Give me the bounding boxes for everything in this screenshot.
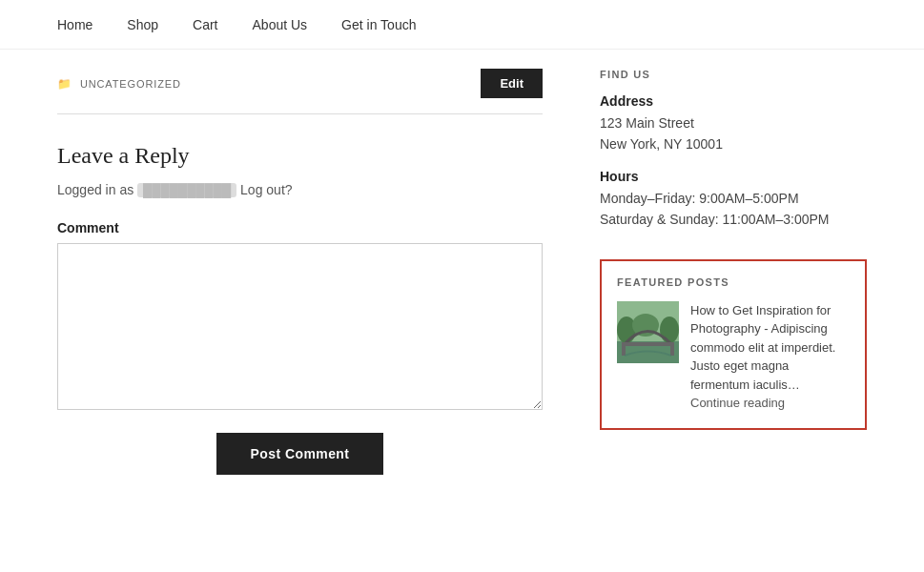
address-line1: 123 Main Street: [600, 115, 694, 131]
featured-posts-section: FEATURED POSTS: [600, 259, 867, 430]
logout-link[interactable]: Log out?: [240, 182, 293, 197]
address-text: 123 Main Street New York, NY 10001: [600, 112, 867, 155]
main-content: 📁 UNCATEGORIZED Edit Leave a Reply Logge…: [57, 69, 543, 475]
sidebar: FIND US Address 123 Main Street New York…: [600, 69, 867, 475]
page-container: 📁 UNCATEGORIZED Edit Leave a Reply Logge…: [0, 50, 924, 513]
nav-cart[interactable]: Cart: [193, 17, 217, 32]
address-label: Address: [600, 93, 867, 109]
find-us-heading: FIND US: [600, 69, 867, 80]
nav-shop[interactable]: Shop: [127, 17, 158, 32]
hours-weekday: Monday–Friday: 9:00AM–5:00PM: [600, 191, 799, 206]
category-row: 📁 UNCATEGORIZED Edit: [57, 69, 543, 98]
category-icon: 📁: [57, 77, 72, 91]
hours-text: Monday–Friday: 9:00AM–5:00PM Saturday & …: [600, 188, 867, 231]
featured-post-title: How to Get Inspiration for Photography -…: [690, 303, 835, 392]
category-label: 📁 UNCATEGORIZED: [57, 77, 181, 91]
nav-contact[interactable]: Get in Touch: [341, 17, 416, 32]
comment-label: Comment: [57, 220, 543, 235]
svg-rect-5: [622, 342, 674, 346]
address-line2: New York, NY 10001: [600, 136, 723, 152]
comment-textarea[interactable]: [57, 243, 543, 410]
featured-post-text: How to Get Inspiration for Photography -…: [690, 301, 850, 413]
hours-weekend: Saturday & Sunday: 11:00AM–3:00PM: [600, 212, 829, 227]
main-nav: Home Shop Cart About Us Get in Touch: [0, 0, 924, 50]
section-divider: [57, 113, 543, 114]
leave-reply-title: Leave a Reply: [57, 143, 543, 169]
logged-in-prefix: Logged in as: [57, 182, 133, 197]
logged-in-text: Logged in as ██████████ Log out?: [57, 182, 543, 197]
svg-rect-7: [670, 342, 674, 356]
find-us-section: FIND US Address 123 Main Street New York…: [600, 69, 867, 231]
nav-home[interactable]: Home: [57, 17, 92, 32]
nav-about[interactable]: About Us: [253, 17, 308, 32]
featured-posts-heading: FEATURED POSTS: [617, 276, 850, 288]
continue-reading-link[interactable]: Continue reading: [690, 396, 785, 410]
featured-post-item: How to Get Inspiration for Photography -…: [617, 301, 850, 413]
featured-post-thumbnail: [617, 301, 679, 363]
svg-point-3: [660, 317, 679, 343]
comment-form: Comment Post Comment: [57, 220, 543, 475]
hours-label: Hours: [600, 169, 867, 184]
svg-point-2: [617, 317, 636, 343]
username-display: ██████████: [137, 183, 236, 197]
edit-button[interactable]: Edit: [481, 69, 543, 98]
category-text: UNCATEGORIZED: [80, 78, 181, 90]
post-comment-button[interactable]: Post Comment: [216, 433, 384, 475]
svg-rect-6: [622, 342, 626, 356]
